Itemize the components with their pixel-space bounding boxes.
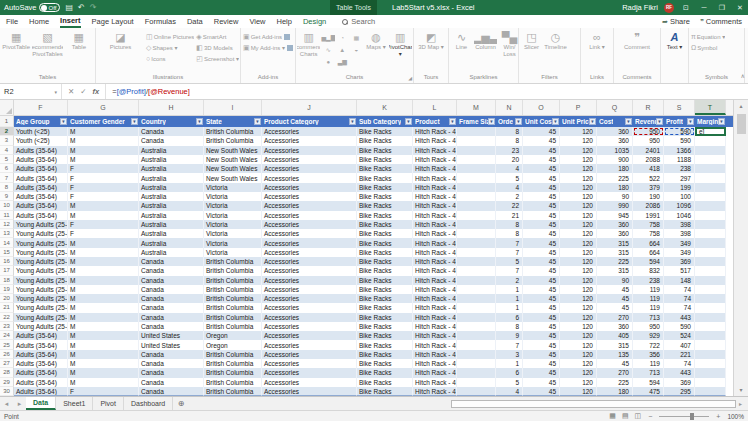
cell-L12[interactable]: Hitch Rack - 4	[413, 220, 457, 229]
cell-O6[interactable]: 45	[523, 164, 560, 173]
row-header-16[interactable]: 16	[0, 257, 14, 266]
cell-G5[interactable]: M	[68, 155, 139, 164]
cell-Q25[interactable]: 315	[597, 340, 633, 349]
cell-L20[interactable]: Hitch Rack - 4	[413, 294, 457, 303]
cell-N3[interactable]: 8	[496, 136, 523, 145]
cell-M9[interactable]	[457, 192, 496, 201]
cell-G9[interactable]: F	[68, 192, 139, 201]
cell-I24[interactable]: Oregon	[204, 331, 262, 340]
cell-H9[interactable]: Australia	[139, 192, 204, 201]
cell-G28[interactable]: M	[68, 368, 139, 377]
cell-H26[interactable]: Canada	[139, 350, 204, 359]
cell-N15[interactable]: 7	[496, 248, 523, 257]
cell-Q8[interactable]: 180	[597, 183, 633, 192]
cell-Q9[interactable]: 90	[597, 192, 633, 201]
cell-K5[interactable]: Bike Racks	[357, 155, 413, 164]
cell-R27[interactable]: 119	[633, 359, 664, 368]
cell-T21[interactable]	[695, 303, 726, 312]
cell-L29[interactable]: Hitch Rack - 4	[413, 378, 457, 387]
cell-S15[interactable]: 349	[664, 248, 695, 257]
cell-I21[interactable]: British Columbia	[204, 303, 262, 312]
cell-L21[interactable]: Hitch Rack - 4	[413, 303, 457, 312]
cell-Q14[interactable]: 315	[597, 238, 633, 247]
cell-Q19[interactable]: 45	[597, 285, 633, 294]
row-header-13[interactable]: 13	[0, 229, 14, 238]
save-button[interactable]: ▤	[65, 3, 73, 12]
ribbon-button-smartart[interactable]: ◈SmartArt	[195, 31, 239, 42]
cell-K30[interactable]: Bike Racks	[357, 387, 413, 396]
cell-L4[interactable]: Hitch Rack - 4	[413, 146, 457, 155]
cell-F19[interactable]: Young Adults (25-3	[14, 285, 68, 294]
cell-K22[interactable]: Bike Racks	[357, 313, 413, 322]
cell-H11[interactable]: Australia	[139, 211, 204, 220]
table-column-margin[interactable]: Margin▾	[695, 116, 726, 127]
cell-G30[interactable]: F	[68, 387, 139, 396]
cell-L3[interactable]: Hitch Rack - 4	[413, 136, 457, 145]
cell-Q18[interactable]: 90	[597, 276, 633, 285]
cell-M21[interactable]	[457, 303, 496, 312]
ribbon-button-timeline[interactable]: ◷Timeline	[544, 31, 567, 51]
cell-S11[interactable]: 1046	[664, 211, 695, 220]
cell-K19[interactable]: Bike Racks	[357, 285, 413, 294]
filter-dropdown-icon[interactable]: ▾	[254, 118, 261, 125]
cell-G8[interactable]: F	[68, 183, 139, 192]
cell-O4[interactable]: 45	[523, 146, 560, 155]
cell-Q2[interactable]: 360	[597, 127, 633, 136]
cell-T7[interactable]	[695, 173, 726, 182]
avatar[interactable]: RF	[664, 3, 674, 13]
table-column-cost[interactable]: Cost▾	[597, 116, 633, 127]
menu-tab-home[interactable]: Home	[29, 16, 49, 27]
cell-M8[interactable]	[457, 183, 496, 192]
column-header-G[interactable]: G	[68, 100, 139, 115]
ribbon-button-online-pictures[interactable]: ◫Online Pictures	[145, 31, 194, 42]
cell-N23[interactable]: 8	[496, 322, 523, 331]
sheet-tab-dashboard[interactable]: Dashboard	[124, 397, 173, 410]
cell-S22[interactable]: 443	[664, 313, 695, 322]
cell-I10[interactable]: Victoria	[204, 201, 262, 210]
ribbon-button-pivottable[interactable]: ▦PivotTable	[1, 31, 31, 51]
cell-O15[interactable]: 45	[523, 248, 560, 257]
cell-S21[interactable]: 74	[664, 303, 695, 312]
context-tab-table-tools[interactable]: Table Tools	[330, 0, 377, 15]
row-header-30[interactable]: 30	[0, 387, 14, 396]
cell-Q15[interactable]: 315	[597, 248, 633, 257]
cell-R6[interactable]: 418	[633, 164, 664, 173]
cell-T23[interactable]	[695, 322, 726, 331]
redo-button[interactable]: ↷	[90, 3, 97, 12]
table-column-product[interactable]: Product▾	[413, 116, 457, 127]
cell-J6[interactable]: Accessories	[262, 164, 357, 173]
cell-M5[interactable]	[457, 155, 496, 164]
cell-I7[interactable]: New South Wales	[204, 173, 262, 182]
menu-tab-review[interactable]: Review	[214, 16, 239, 27]
cell-J13[interactable]: Accessories	[262, 229, 357, 238]
cell-I15[interactable]: Victoria	[204, 248, 262, 257]
cell-K18[interactable]: Bike Racks	[357, 276, 413, 285]
cell-G4[interactable]: M	[68, 146, 139, 155]
cell-O8[interactable]: 45	[523, 183, 560, 192]
cell-K29[interactable]: Bike Racks	[357, 378, 413, 387]
cell-S9[interactable]: 100	[664, 192, 695, 201]
cell-M3[interactable]	[457, 136, 496, 145]
menu-tab-data[interactable]: Data	[187, 16, 203, 27]
filter-dropdown-icon[interactable]: ▾	[552, 118, 559, 125]
cell-Q4[interactable]: 1035	[597, 146, 633, 155]
cell-S14[interactable]: 349	[664, 238, 695, 247]
filter-dropdown-icon[interactable]: ▾	[625, 118, 632, 125]
cell-T24[interactable]	[695, 331, 726, 340]
cell-P11[interactable]: 120	[560, 211, 597, 220]
cell-P24[interactable]: 120	[560, 331, 597, 340]
scroll-right-icon[interactable]: ▸	[736, 400, 745, 407]
cell-O7[interactable]: 45	[523, 173, 560, 182]
cell-G17[interactable]: M	[68, 266, 139, 275]
cell-R28[interactable]: 713	[633, 368, 664, 377]
cell-N17[interactable]: 7	[496, 266, 523, 275]
cell-Q22[interactable]: 270	[597, 313, 633, 322]
ribbon-button-symbol[interactable]: ΩSymbol	[690, 42, 725, 53]
cell-T15[interactable]	[695, 248, 726, 257]
cell-F30[interactable]: Adults (35-64)	[14, 387, 68, 396]
cell-R7[interactable]: 522	[633, 173, 664, 182]
row-header-11[interactable]: 11	[0, 211, 14, 220]
ribbon-button-shapes[interactable]: ◇Shapes ▾	[145, 42, 194, 53]
cell-F25[interactable]: Adults (35-64)	[14, 340, 68, 349]
cell-G26[interactable]: M	[68, 350, 139, 359]
